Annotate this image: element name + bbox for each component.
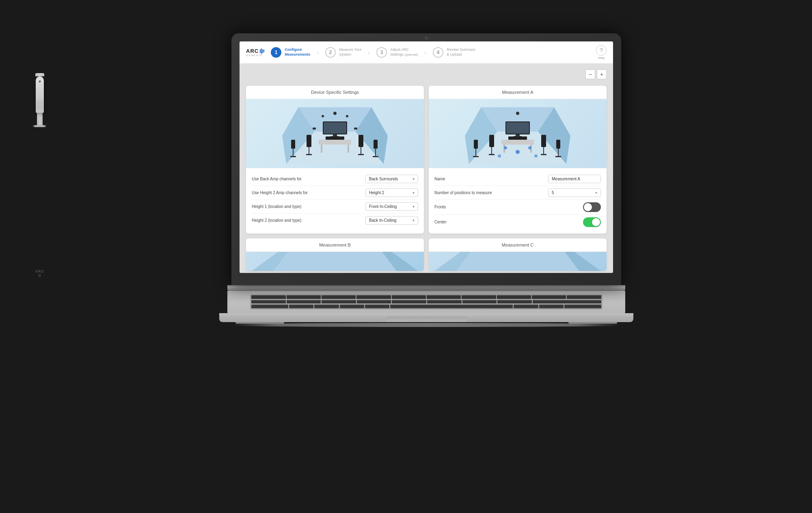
positions-arrow: ▾	[595, 190, 597, 195]
svg-point-4	[333, 112, 337, 115]
svg-rect-45	[489, 154, 495, 155]
step-1-circle: 1	[271, 47, 281, 58]
svg-marker-59	[273, 252, 397, 271]
logo-arc-text: ARC	[246, 48, 259, 54]
svg-rect-26	[373, 156, 378, 157]
svg-rect-16	[358, 135, 363, 147]
device-settings-rows: Use Back Amp channels for Back Surrounds…	[246, 168, 424, 231]
measurement-a-illustration	[429, 99, 607, 168]
svg-rect-42	[489, 135, 494, 147]
fronts-toggle-row: Fronts	[434, 200, 601, 215]
fronts-toggle-knob	[584, 203, 592, 211]
svg-rect-24	[374, 140, 378, 149]
fronts-toggle[interactable]	[583, 202, 601, 212]
steps-navigation: 1 ConfigureMeasurements › 2 Measure Your…	[264, 47, 596, 58]
svg-point-5	[322, 115, 324, 117]
svg-rect-51	[556, 140, 560, 149]
svg-point-54	[516, 150, 520, 154]
center-toggle[interactable]	[583, 217, 601, 227]
positions-select[interactable]: 5 ▾	[548, 188, 601, 197]
step-2[interactable]: 2 Measure YourSystem	[319, 47, 368, 58]
measurement-name-input[interactable]	[548, 175, 601, 183]
svg-rect-28	[354, 128, 357, 130]
content-area: − + Device Specific Settings	[240, 64, 613, 273]
svg-rect-20	[358, 154, 364, 155]
svg-rect-14	[348, 145, 349, 153]
laptop-keyboard	[227, 291, 625, 313]
back-amp-label: Use Back Amp channels for	[252, 177, 302, 181]
logo-genesis-text: GENESIS	[246, 54, 264, 56]
svg-rect-50	[473, 156, 479, 157]
height2-location-label: Height 2 (location and type)	[252, 218, 301, 223]
svg-point-6	[346, 115, 348, 117]
fronts-label: Fronts	[434, 205, 446, 209]
measurement-c-panel: Measurement C	[429, 238, 607, 271]
measurement-name-row: Name	[434, 172, 601, 186]
svg-rect-39	[501, 140, 534, 145]
svg-rect-36	[516, 134, 520, 136]
svg-rect-23	[290, 156, 296, 157]
svg-marker-62	[456, 252, 580, 271]
step-3[interactable]: 3 Adjust ARCSettings (optional)	[370, 47, 424, 58]
device-settings-title: Device Specific Settings	[246, 86, 424, 99]
svg-rect-43	[541, 135, 546, 147]
svg-point-56	[528, 146, 531, 149]
laptop-shadow	[211, 323, 641, 327]
height2-location-row: Height 2 (location and type) Back In-Cei…	[252, 214, 418, 227]
step-3-circle: 3	[376, 47, 387, 58]
svg-rect-35	[506, 122, 529, 134]
bottom-panels-grid: Measurement B Measurement	[246, 238, 607, 271]
svg-rect-8	[324, 122, 346, 134]
step-2-label: Measure YourSystem	[339, 48, 362, 57]
measurement-name-label: Name	[434, 177, 445, 181]
svg-rect-15	[307, 135, 311, 147]
help-button[interactable]: ? Help	[596, 45, 607, 60]
device-settings-illustration	[246, 99, 424, 168]
step-4[interactable]: 4 Review Summary& Upload	[426, 47, 482, 58]
step-4-circle: 4	[433, 47, 443, 58]
svg-point-55	[504, 146, 507, 149]
measurement-c-title: Measurement C	[429, 238, 607, 252]
height2-amp-arrow: ▾	[412, 190, 415, 195]
help-label: Help	[598, 56, 605, 60]
step-3-label: Adjust ARCSettings (optional)	[390, 48, 418, 57]
measurement-b-title: Measurement B	[246, 238, 424, 252]
measurement-b-panel: Measurement B	[246, 238, 424, 271]
center-toggle-knob	[592, 218, 600, 226]
app-logo: ARC GENESIS	[246, 48, 264, 56]
zoom-controls: − +	[246, 69, 607, 79]
height2-amp-row: Use Height 2 Amp channels for Height 2 ▾	[252, 186, 418, 200]
svg-point-58	[534, 154, 538, 158]
svg-rect-21	[291, 140, 295, 149]
svg-rect-47	[541, 154, 546, 155]
height2-amp-label: Use Height 2 Amp channels for	[252, 190, 308, 195]
measurement-a-settings: Name Number of positions to measure 5 ▾	[429, 168, 607, 234]
svg-rect-18	[306, 154, 312, 155]
svg-rect-27	[313, 128, 316, 130]
svg-rect-12	[319, 140, 351, 145]
svg-rect-38	[508, 136, 527, 140]
height2-amp-select[interactable]: Height 2 ▾	[365, 188, 418, 197]
svg-point-33	[516, 112, 519, 115]
svg-rect-48	[474, 140, 478, 149]
zoom-out-button[interactable]: −	[585, 69, 595, 79]
center-label: Center	[434, 220, 447, 224]
zoom-in-button[interactable]: +	[597, 69, 607, 79]
device-settings-panel: Device Specific Settings	[246, 86, 424, 234]
back-amp-select[interactable]: Back Surrounds ▾	[365, 175, 418, 183]
height1-location-select[interactable]: Front In-Ceiling ▾	[365, 202, 418, 211]
height2-location-select[interactable]: Back In-Ceiling ▾	[365, 216, 418, 225]
step-1[interactable]: 1 ConfigureMeasurements	[264, 47, 317, 58]
laptop-hinge	[227, 285, 625, 291]
measurement-a-panel: Measurement A	[429, 86, 607, 234]
height1-location-label: Height 1 (location and type)	[252, 204, 301, 209]
height1-location-arrow: ▾	[412, 204, 415, 209]
step-4-label: Review Summary& Upload	[447, 48, 475, 57]
height1-location-row: Height 1 (location and type) Front In-Ce…	[252, 200, 418, 214]
positions-label: Number of positions to measure	[434, 190, 492, 195]
top-navigation: ARC GENESIS	[240, 41, 613, 64]
center-toggle-row: Center	[434, 215, 601, 229]
panels-grid: Device Specific Settings	[246, 86, 607, 234]
height2-location-arrow: ▾	[412, 218, 415, 223]
svg-rect-9	[333, 134, 337, 136]
